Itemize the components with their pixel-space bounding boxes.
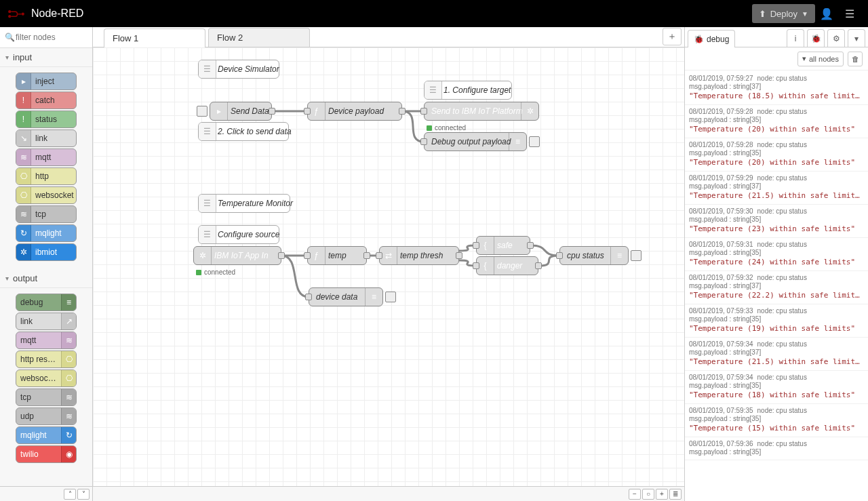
port-in[interactable] — [473, 262, 479, 269]
wire[interactable] — [530, 245, 559, 256]
sidebar-tab-more[interactable]: ▾ — [848, 29, 865, 47]
palette-node-status[interactable]: !status — [16, 111, 77, 128]
palette-category-output[interactable]: ▾output — [0, 269, 92, 288]
port-in[interactable] — [304, 108, 311, 115]
port-out[interactable] — [278, 252, 285, 259]
flow-tab[interactable]: Flow 2 — [208, 28, 310, 47]
debug-message[interactable]: 08/01/2019, 07:59:29node: cpu statusmsg.… — [685, 172, 868, 205]
palette-node-mqlight[interactable]: ↻mqlight — [16, 224, 77, 242]
sidebar-tab-config[interactable]: ⚙ — [827, 29, 845, 47]
node-icon: ↻ — [61, 427, 76, 443]
port-in[interactable] — [304, 252, 311, 259]
port-out[interactable] — [535, 262, 542, 269]
palette-node-inject[interactable]: ▸inject — [16, 73, 77, 90]
flow-node-temp[interactable]: ƒtemp — [307, 246, 367, 265]
zoom-out-button[interactable]: − — [629, 489, 641, 500]
flow-node-send-data[interactable]: ▸Send Data — [210, 102, 272, 121]
debug-message[interactable]: 08/01/2019, 07:59:35node: cpu statusmsg.… — [685, 404, 868, 437]
port-in[interactable] — [420, 108, 427, 115]
palette-node-http[interactable]: ⎔http — [16, 167, 77, 185]
sidebar-tab-info[interactable]: i — [787, 29, 804, 47]
flow-node-temp-thresh[interactable]: ⇄temp thresh — [379, 246, 459, 265]
filter-input[interactable] — [3, 31, 89, 44]
port-in[interactable] — [305, 294, 312, 300]
comment-node[interactable]: ☰Device Simulator — [198, 60, 279, 79]
collapse-up-icon[interactable]: ˄ — [64, 489, 76, 500]
flow-node-danger[interactable]: {danger — [476, 256, 538, 275]
debug-toggle-button[interactable] — [631, 250, 642, 261]
msg-timestamp: 08/01/2019, 07:59:34 — [689, 340, 753, 348]
palette-node-mqtt[interactable]: ≋mqtt — [16, 332, 77, 349]
port-out[interactable] — [399, 108, 406, 115]
wire[interactable] — [402, 111, 424, 142]
comment-node[interactable]: ☰1. Configure target — [424, 81, 512, 100]
palette-node-mqlight[interactable]: ↻mqlight — [16, 426, 77, 444]
flow-node-debug-output-payload[interactable]: ≡Debug output payload — [424, 132, 527, 151]
filter-all-button[interactable]: ▾ all nodes — [797, 52, 844, 66]
palette-node-catch[interactable]: !catch — [16, 92, 77, 109]
flow-node-cpu-status[interactable]: ≡cpu status — [559, 246, 629, 265]
palette-category-input[interactable]: ▾input — [0, 48, 92, 67]
deploy-button[interactable]: ⬆ Deploy ▼ — [752, 4, 815, 23]
debug-message[interactable]: 08/01/2019, 07:59:28node: cpu statusmsg.… — [685, 138, 868, 172]
flow-node-device-payload[interactable]: ƒDevice payload — [307, 102, 402, 121]
inject-button[interactable] — [197, 106, 208, 117]
debug-message[interactable]: 08/01/2019, 07:59:28node: cpu statusmsg.… — [685, 105, 868, 138]
palette-node-twilio[interactable]: ◉twilio — [16, 445, 77, 463]
canvas[interactable]: ☰Device Simulator☰1. Configure target☰2.… — [93, 47, 684, 486]
node-icon: ☰ — [199, 195, 216, 212]
view-list-button[interactable]: ≣ — [669, 489, 682, 500]
flow-node-send-to-ibm-iot-platform[interactable]: ✲Send to IBM IoT Platform — [424, 102, 539, 121]
debug-toggle-button[interactable] — [385, 292, 396, 302]
zoom-in-button[interactable]: + — [656, 489, 668, 500]
debug-message[interactable]: 08/01/2019, 07:59:34node: cpu statusmsg.… — [685, 371, 868, 404]
port-in[interactable] — [376, 252, 382, 259]
comment-node[interactable]: ☰2. Click to send data — [198, 122, 289, 141]
port-out[interactable] — [363, 252, 370, 259]
comment-node[interactable]: ☰Configure source — [198, 225, 279, 244]
palette-node-http-response[interactable]: ⎔http response — [16, 350, 77, 368]
sidebar: 🐞 debug i 🐞 ⚙ ▾ ▾ all nodes 🗑 08/01/2019… — [685, 27, 868, 501]
port-out[interactable] — [527, 242, 534, 249]
sidebar-tab-debug-icon[interactable]: 🐞 — [807, 29, 825, 47]
palette-node-udp[interactable]: ≋udp — [16, 407, 77, 425]
flow-node-device-data[interactable]: ≡device data — [309, 287, 383, 306]
add-flow-button[interactable]: ＋ — [663, 28, 682, 45]
palette-node-tcp[interactable]: ≋tcp — [16, 388, 77, 406]
debug-messages[interactable]: 08/01/2019, 07:59:27node: cpu statusmsg.… — [685, 71, 868, 501]
flow-node-safe[interactable]: {safe — [476, 236, 530, 255]
port-out[interactable] — [269, 108, 275, 115]
port-in[interactable] — [473, 242, 479, 249]
port-in[interactable] — [420, 138, 427, 145]
comment-node[interactable]: ☰Temperature Monitor — [198, 194, 290, 213]
debug-message[interactable]: 08/01/2019, 07:59:36node: cpu statusmsg.… — [685, 437, 868, 460]
debug-toggle-button[interactable] — [529, 136, 540, 147]
node-icon: ≋ — [61, 332, 76, 348]
menu-icon[interactable]: ☰ — [838, 0, 861, 27]
palette-node-debug[interactable]: ≡debug — [16, 294, 77, 311]
collapse-down-icon[interactable]: ˅ — [77, 489, 90, 500]
sidebar-tab-debug[interactable]: 🐞 debug — [688, 30, 735, 47]
debug-message[interactable]: 08/01/2019, 07:59:27node: cpu statusmsg.… — [685, 72, 868, 105]
palette-node-link[interactable]: ↗link — [16, 313, 77, 330]
palette-node-websocket[interactable]: ⎔websocket — [16, 369, 77, 387]
flow-node-ibm-iot-app-in[interactable]: ✲IBM IoT App In — [193, 246, 281, 265]
palette-node-mqtt[interactable]: ≋mqtt — [16, 148, 77, 166]
port-in[interactable] — [556, 252, 563, 259]
port-out[interactable] — [456, 252, 462, 259]
wire[interactable] — [281, 256, 309, 297]
palette-node-websocket[interactable]: ⎔websocket — [16, 186, 77, 204]
debug-message[interactable]: 08/01/2019, 07:59:33node: cpu statusmsg.… — [685, 304, 868, 338]
user-icon[interactable]: 👤 — [815, 0, 838, 27]
flow-tab[interactable]: Flow 1 — [104, 28, 205, 47]
debug-message[interactable]: 08/01/2019, 07:59:30node: cpu statusmsg.… — [685, 205, 868, 238]
workspace: Flow 1Flow 2 ＋ ☰Device Simulator☰1. Conf… — [93, 27, 685, 501]
debug-message[interactable]: 08/01/2019, 07:59:31node: cpu statusmsg.… — [685, 238, 868, 271]
palette-node-link[interactable]: ↘link — [16, 129, 77, 147]
clear-debug-button[interactable]: 🗑 — [848, 52, 863, 66]
palette-node-tcp[interactable]: ≋tcp — [16, 205, 77, 223]
zoom-reset-button[interactable]: ○ — [642, 489, 654, 500]
debug-message[interactable]: 08/01/2019, 07:59:32node: cpu statusmsg.… — [685, 271, 868, 304]
debug-message[interactable]: 08/01/2019, 07:59:34node: cpu statusmsg.… — [685, 338, 868, 371]
palette-node-ibmiot[interactable]: ✲ibmiot — [16, 243, 77, 261]
